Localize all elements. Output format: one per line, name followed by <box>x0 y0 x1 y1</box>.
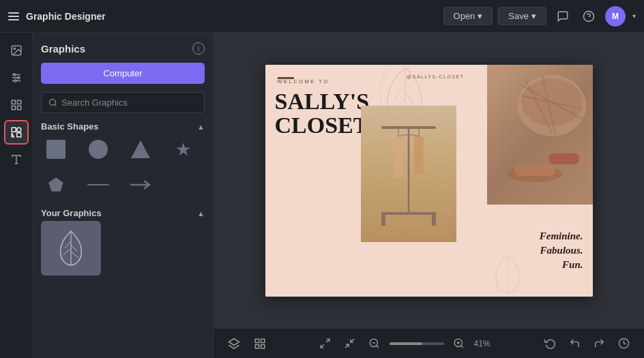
sidebar-item-layers[interactable] <box>4 93 29 117</box>
zoom-slider[interactable] <box>390 342 444 345</box>
svg-line-26 <box>63 248 71 255</box>
canvas-tagline: Feminine. Fabulous. Fun. <box>540 229 583 272</box>
canvas-frame: WELCOME TO SALLY'S CLOSET <box>265 65 593 297</box>
svg-line-60 <box>377 346 379 348</box>
chat-icon[interactable] <box>553 7 572 26</box>
svg-point-8 <box>17 77 19 79</box>
sidebar-item-shapes[interactable] <box>4 120 29 145</box>
graphic-thumb-leaf[interactable] <box>41 221 101 275</box>
square-shape[interactable] <box>41 134 71 164</box>
basic-shapes-chevron-icon: ▲ <box>197 123 205 131</box>
svg-line-58 <box>351 339 354 342</box>
svg-rect-48 <box>548 153 579 164</box>
search-icon <box>48 98 57 107</box>
topbar-right: M ▾ <box>553 6 636 27</box>
svg-line-56 <box>321 344 324 348</box>
refresh-icon[interactable] <box>540 334 559 353</box>
svg-rect-39 <box>414 136 424 174</box>
zoom-out-icon[interactable] <box>365 334 384 353</box>
app-title: Graphic Designer <box>26 11 106 22</box>
bottom-bar-center: 41% <box>316 334 495 353</box>
svg-rect-14 <box>12 128 16 132</box>
redo-icon[interactable] <box>589 334 609 353</box>
svg-rect-53 <box>255 344 259 348</box>
open-button[interactable]: Open ▾ <box>443 7 493 25</box>
pentagon-shape[interactable] <box>41 170 71 200</box>
arrow-shape[interactable] <box>126 170 156 200</box>
shrink-icon[interactable] <box>340 334 360 353</box>
canvas-center-photo <box>361 106 456 242</box>
open-label: Open <box>454 11 475 21</box>
history-icon[interactable] <box>614 334 633 353</box>
search-input-placeholder: Search Graphics <box>61 98 128 108</box>
svg-rect-12 <box>12 106 15 110</box>
canvas-right-photo <box>487 65 593 205</box>
topbar-center: Open ▾ Save ▾ <box>443 7 546 25</box>
svg-marker-50 <box>229 338 239 345</box>
icon-sidebar <box>0 33 33 358</box>
svg-rect-13 <box>17 106 20 110</box>
svg-line-30 <box>405 92 415 106</box>
hamburger-menu-icon[interactable] <box>8 12 19 20</box>
save-chevron-icon: ▾ <box>531 11 536 21</box>
canvas-workspace[interactable]: WELCOME TO SALLY'S CLOSET <box>214 33 644 328</box>
basket-image <box>487 65 593 205</box>
canvas-welcome-text: WELCOME TO <box>278 78 330 85</box>
avatar[interactable]: M <box>605 6 626 27</box>
svg-line-29 <box>395 85 405 99</box>
layers-bottom-icon[interactable] <box>224 334 244 353</box>
svg-rect-33 <box>381 126 436 129</box>
main-body: Graphics i Computer Search Graphics Basi… <box>0 33 644 358</box>
svg-line-63 <box>461 346 463 348</box>
basic-shapes-header[interactable]: Basic Shapes ▲ <box>41 121 205 132</box>
svg-line-25 <box>71 245 77 252</box>
info-icon[interactable]: i <box>192 42 205 55</box>
fit-screen-icon[interactable] <box>316 334 335 353</box>
svg-rect-47 <box>514 166 555 176</box>
your-graphics-header[interactable]: Your Graphics ▲ <box>41 208 205 218</box>
save-button[interactable]: Save ▾ <box>498 7 546 25</box>
svg-rect-37 <box>432 212 436 226</box>
sidebar-item-adjustments[interactable] <box>4 65 29 90</box>
line-shape[interactable] <box>83 170 113 200</box>
help-icon[interactable] <box>579 7 598 26</box>
undo-icon[interactable] <box>565 334 584 353</box>
triangle-shape[interactable] <box>126 134 156 164</box>
svg-rect-11 <box>17 100 20 104</box>
circle-shape[interactable] <box>83 134 113 164</box>
svg-point-3 <box>14 48 15 49</box>
canvas-area: WELCOME TO SALLY'S CLOSET <box>214 33 644 358</box>
avatar-chevron-icon[interactable]: ▾ <box>632 12 636 20</box>
avatar-initials: M <box>612 12 619 21</box>
bottom-bar-right <box>540 334 633 353</box>
sidebar-item-text[interactable] <box>4 147 29 172</box>
canvas-title-line1: SALLY'S <box>275 89 370 114</box>
panel-title: Graphics <box>41 43 85 55</box>
canvas-bottom-right-area: Feminine. Fabulous. Fun. <box>487 205 593 297</box>
grid-bottom-icon[interactable] <box>250 334 269 353</box>
svg-point-16 <box>16 128 20 132</box>
topbar-left: Graphic Designer <box>8 11 437 22</box>
your-graphics-section: Your Graphics ▲ <box>41 208 205 275</box>
basic-shapes-title: Basic Shapes <box>41 121 99 132</box>
svg-rect-10 <box>12 100 15 104</box>
bottom-bar-left <box>224 334 269 353</box>
svg-rect-35 <box>381 212 436 215</box>
dress-rack-image <box>361 106 456 242</box>
canvas-main-title: SALLY'S CLOSET <box>275 89 370 138</box>
panel-header: Graphics i <box>41 42 205 55</box>
zoom-percent: 41% <box>474 339 495 348</box>
canvas-leaf-corner <box>487 253 528 297</box>
zoom-slider-fill <box>390 342 422 345</box>
topbar: Graphic Designer Open ▾ Save ▾ M ▾ <box>0 0 644 33</box>
zoom-in-icon[interactable] <box>450 334 469 353</box>
search-bar[interactable]: Search Graphics <box>41 92 205 113</box>
computer-button[interactable]: Computer <box>41 63 205 84</box>
svg-rect-15 <box>16 133 20 137</box>
sidebar-item-image[interactable] <box>4 38 29 63</box>
star-shape[interactable]: ★ <box>168 134 198 164</box>
canvas-tagline-line2: Fabulous. <box>540 243 583 258</box>
canvas-handle: @SALLYS-CLOSET <box>407 74 464 79</box>
svg-rect-36 <box>381 212 385 226</box>
svg-marker-21 <box>48 177 63 192</box>
